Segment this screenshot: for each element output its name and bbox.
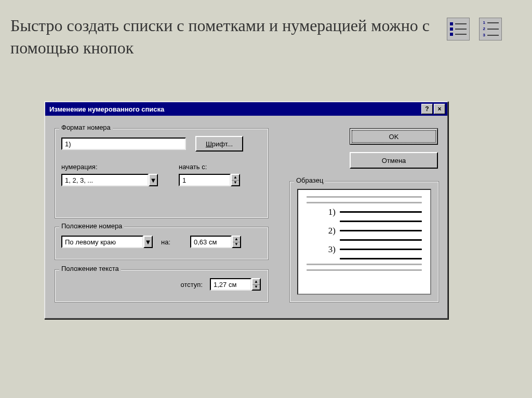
number-format-group: Формат номера 1) Шрифт... нумерация: 1, …: [55, 128, 269, 218]
chevron-down-icon[interactable]: ▼: [143, 236, 153, 248]
start-at-spinner[interactable]: ▲▼: [231, 174, 240, 186]
indent-input[interactable]: 1,27 см: [210, 278, 251, 291]
number-at-input[interactable]: 0,63 см: [190, 236, 232, 248]
close-button[interactable]: ×: [434, 104, 445, 114]
alignment-combo[interactable]: По левому краю: [61, 236, 143, 248]
start-at-input[interactable]: 1: [179, 174, 231, 186]
at-label: на:: [161, 238, 182, 246]
sample-preview: 1) 2) 3): [297, 189, 431, 295]
indent-spinner[interactable]: ▲▼: [251, 278, 261, 291]
font-button[interactable]: Шрифт...: [195, 136, 243, 152]
text-position-group: Положение текста отступ: 1,27 см ▲▼: [55, 269, 269, 303]
page-heading: Быстро создать списки с пометками и нуме…: [10, 15, 436, 59]
numbering-combo[interactable]: 1, 2, 3, ...: [61, 174, 149, 186]
numbered-list-dialog: Изменение нумерованного списка ? × OK От…: [44, 101, 448, 319]
bulleted-list-button[interactable]: [447, 18, 470, 40]
numbering-label: нумерация:: [61, 163, 158, 171]
ok-button[interactable]: OK: [350, 128, 438, 145]
cancel-button[interactable]: Отмена: [350, 152, 438, 169]
sample-legend: Образец: [294, 176, 325, 184]
number-position-legend: Положение номера: [59, 222, 124, 230]
number-at-spinner[interactable]: ▲▼: [232, 236, 241, 248]
text-position-legend: Положение текста: [59, 265, 121, 272]
indent-label: отступ:: [180, 281, 203, 289]
sample-group: Образец 1) 2) 3): [289, 181, 439, 303]
dialog-title: Изменение нумерованного списка: [49, 105, 164, 113]
dialog-titlebar: Изменение нумерованного списка ? ×: [45, 102, 447, 116]
chevron-down-icon[interactable]: ▼: [149, 174, 158, 186]
numbered-list-button[interactable]: 1 2 3: [479, 18, 502, 40]
help-button[interactable]: ?: [421, 104, 433, 114]
number-format-input[interactable]: 1): [61, 138, 186, 150]
start-at-label: начать с:: [179, 163, 240, 171]
number-position-group: Положение номера По левому краю ▼ на: 0,…: [55, 227, 269, 260]
number-format-legend: Формат номера: [59, 123, 113, 131]
